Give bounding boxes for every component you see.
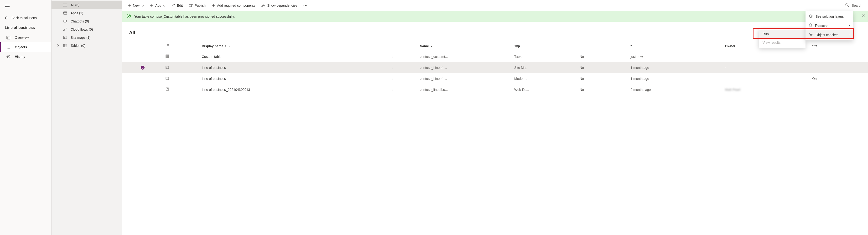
nav-item-history[interactable]: History [0, 52, 51, 61]
display-name-cell[interactable]: Line of business [199, 73, 388, 84]
ellipsis-icon [303, 5, 307, 6]
row-more-button[interactable] [391, 65, 394, 71]
modified-cell: 1 month ago [628, 73, 723, 84]
edit-icon [172, 4, 175, 7]
col-status[interactable]: Sta... [810, 41, 868, 51]
dependencies-icon [261, 4, 265, 7]
chevron-down-icon [163, 4, 165, 7]
show-dependencies-button[interactable]: Show dependencies [258, 2, 300, 9]
col-modified-frag[interactable]: f... [628, 41, 723, 51]
publish-button[interactable]: Publish [186, 2, 209, 9]
menu-remove[interactable]: Remove [806, 21, 853, 30]
svg-point-35 [392, 67, 392, 68]
success-notification: Your table contoso_Customtable has been … [122, 11, 868, 22]
svg-point-25 [812, 34, 812, 35]
svg-point-21 [305, 5, 306, 6]
col-display-name[interactable]: Display name [199, 41, 388, 51]
tree-item-apps[interactable]: Apps (1) [52, 9, 122, 17]
tree-label: Chatbots (0) [71, 19, 89, 23]
svg-point-24 [127, 14, 131, 18]
col-name[interactable]: Name [417, 41, 512, 51]
owner-cell: - [725, 55, 726, 58]
edit-button[interactable]: Edit [169, 2, 186, 9]
type-cell: Table [512, 51, 577, 62]
svg-point-1 [7, 46, 8, 46]
notification-message: Your table contoso_Customtable has been … [134, 15, 235, 19]
table-row[interactable]: Custom tablecontoso_customt...TableNojus… [122, 51, 868, 62]
tree-label: Apps (1) [71, 11, 83, 15]
cmd-label: Edit [177, 4, 183, 7]
svg-rect-37 [166, 77, 168, 80]
row-type-icon [163, 62, 199, 73]
svg-point-43 [392, 89, 392, 89]
nav-label: History [15, 55, 25, 58]
row-more-button[interactable] [391, 87, 394, 93]
submenu-label: Run [763, 32, 769, 36]
submenu-run[interactable]: Run [759, 30, 806, 38]
add-required-components-button[interactable]: Add required components [209, 2, 258, 9]
svg-point-36 [392, 68, 392, 69]
close-notification-button[interactable] [862, 14, 865, 18]
back-to-solutions[interactable]: Back to solutions [0, 14, 51, 22]
object-checker-submenu: Run View results [759, 29, 806, 48]
row-more-button[interactable] [391, 54, 394, 59]
tree-item-all[interactable]: All (3) [52, 1, 122, 9]
new-button[interactable]: New [125, 2, 147, 9]
svg-point-31 [392, 56, 392, 56]
display-name-cell[interactable]: Custom table [199, 51, 388, 62]
objects-table: Display name Name Typ f... Owner Sta... [122, 41, 868, 95]
nav-item-objects[interactable]: Objects [0, 42, 51, 52]
content-area: All Display name [122, 22, 868, 235]
row-more-button[interactable] [391, 76, 394, 81]
managed-cell: No [577, 51, 628, 62]
svg-point-38 [392, 77, 392, 77]
cmd-label: New [133, 4, 140, 7]
layers-icon [809, 14, 813, 19]
svg-rect-33 [166, 66, 168, 69]
row-type-icon [163, 73, 199, 84]
managed-cell: No [577, 62, 628, 73]
table-row[interactable]: Line of business_202104300913contoso_lin… [122, 84, 868, 95]
sort-asc-icon [225, 45, 226, 47]
type-cell: Web Re... [512, 84, 577, 95]
svg-point-3 [7, 48, 8, 49]
name-cell: contoso_customt... [417, 51, 512, 62]
tree-item-tables[interactable]: Tables (0) [52, 42, 122, 50]
menu-see-solution-layers[interactable]: See solution layers [806, 12, 853, 21]
svg-rect-9 [64, 20, 67, 22]
search-input[interactable]: Search [842, 1, 866, 9]
name-cell: contoso_Lineofb... [417, 62, 512, 73]
name-cell: contoso_lineofbu... [417, 84, 512, 95]
nav-label: Objects [15, 45, 27, 49]
col-type[interactable]: Typ [512, 41, 577, 51]
hamburger-menu[interactable] [0, 4, 51, 14]
menu-object-checker[interactable]: Object checker [806, 30, 853, 40]
chevron-down-icon [228, 46, 230, 47]
display-name-cell[interactable]: Line of business [199, 62, 388, 73]
svg-point-6 [63, 5, 64, 5]
col-icon-header[interactable] [163, 41, 199, 51]
status-cell [810, 51, 868, 62]
solution-name: Line of business [0, 22, 51, 33]
more-commands-button[interactable] [301, 3, 310, 8]
table-row[interactable]: Line of businesscontoso_Lineofb...Site M… [122, 62, 868, 73]
tree-item-chatbots[interactable]: Chatbots (0) [52, 17, 122, 25]
cmd-label: Publish [195, 4, 206, 7]
search-icon [845, 3, 849, 8]
svg-point-2 [7, 47, 8, 48]
chevron-right-icon [848, 33, 850, 37]
tree-item-cloud-flows[interactable]: Cloud flows (0) [52, 25, 122, 33]
owner-cell: - [725, 66, 726, 70]
list-icon [63, 3, 67, 7]
command-bar: New Add Edit Publish Add required compon… [122, 0, 868, 11]
add-button[interactable]: Add [147, 2, 168, 9]
svg-rect-15 [63, 44, 67, 47]
table-row[interactable]: Line of businesscontoso_Lineofb...Model-… [122, 73, 868, 84]
tree-item-site-maps[interactable]: Site maps (1) [52, 33, 122, 42]
row-type-icon [163, 84, 199, 95]
left-nav: Back to solutions Line of business Overv… [0, 0, 51, 235]
display-name-cell[interactable]: Line of business_202104300913 [199, 84, 388, 95]
svg-point-23 [845, 4, 848, 6]
cmd-label: Add required components [217, 4, 255, 7]
nav-item-overview[interactable]: Overview [0, 33, 51, 42]
